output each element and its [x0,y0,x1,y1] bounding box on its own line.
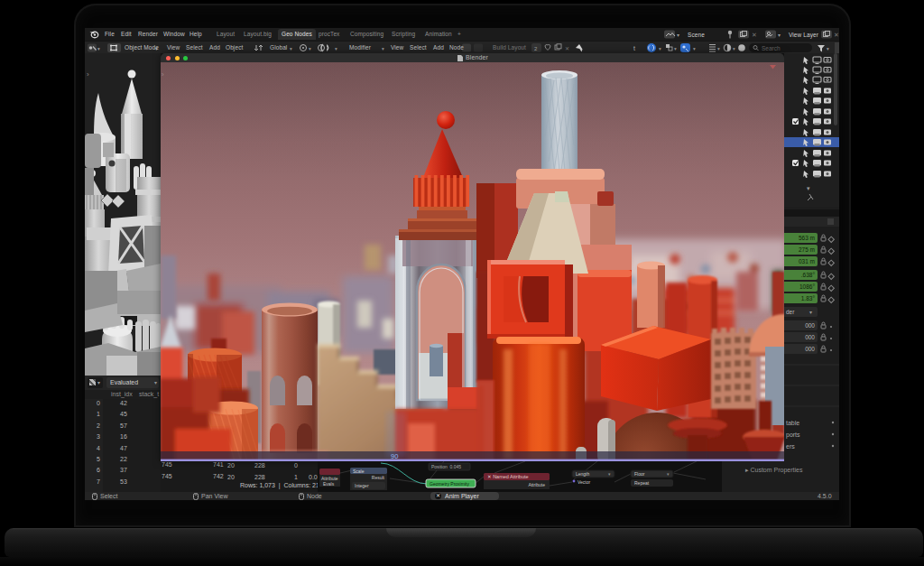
svg-text:▾: ▾ [778,32,781,38]
svg-text:Vector: Vector [578,479,591,485]
svg-text:▾: ▾ [335,46,337,51]
svg-text:▾: ▾ [807,185,810,191]
svg-text:000: 000 [805,322,815,329]
svg-text:Integer: Integer [355,483,369,488]
svg-text:✕: ✕ [752,32,757,38]
svg-text:Scale: Scale [353,469,365,474]
svg-text:▾: ▾ [290,46,292,51]
svg-text:▾: ▾ [693,46,696,51]
svg-text:Geometry Proximity: Geometry Proximity [430,481,469,487]
svg-text:▾: ▾ [809,310,812,315]
svg-text:▾: ▾ [733,46,735,51]
svg-text:t: t [633,45,635,51]
svg-text:der: der [786,309,795,315]
svg-text:1086°: 1086° [799,283,815,290]
svg-text:table: table [786,420,799,426]
svg-text:Evals: Evals [323,481,335,487]
svg-text:275 m: 275 m [799,246,815,253]
svg-text:000: 000 [805,346,815,352]
svg-text:▾: ▾ [717,46,720,51]
svg-text:›: › [87,70,89,79]
svg-text:✕ Named Attribute: ✕ Named Attribute [487,474,529,479]
svg-text:Scene: Scene [688,32,705,38]
svg-text:Length: Length [576,471,590,477]
svg-text:Result: Result [372,475,385,480]
svg-text:.638°: .638° [801,272,816,278]
svg-text:Position 0.045: Position 0.045 [431,464,461,469]
svg-text:›: › [162,70,164,79]
svg-text:▾: ▾ [309,46,311,51]
svg-text:▾: ▾ [97,46,100,51]
svg-text:View Layer: View Layer [789,32,819,39]
svg-text:✕: ✕ [834,32,839,38]
svg-text:▾: ▾ [382,46,384,51]
svg-text:✕: ✕ [565,46,569,51]
svg-text:Floor: Floor [634,471,645,477]
svg-text:ports: ports [786,431,800,439]
svg-text:Repeat: Repeat [634,480,650,486]
svg-text:563 m: 563 m [799,235,815,241]
svg-text:000: 000 [805,334,815,340]
svg-text:▾: ▾ [827,46,829,51]
svg-text:▾: ▾ [677,32,679,38]
svg-text:▾: ▾ [659,46,661,51]
svg-text:1.83°: 1.83° [801,295,816,302]
svg-text:ers: ers [786,443,795,450]
svg-text:90: 90 [391,452,398,460]
svg-text:Search: Search [762,45,781,51]
svg-text:031 m: 031 m [799,258,815,264]
svg-text:▾: ▾ [674,46,677,51]
svg-text:Attribute: Attribute [528,482,545,487]
